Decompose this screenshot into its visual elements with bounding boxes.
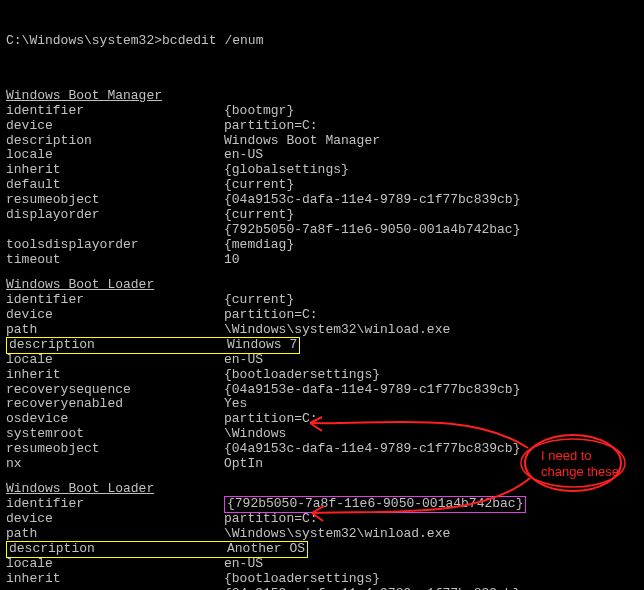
- output-row: descriptionAnother OS: [6, 542, 638, 557]
- section-header: Windows Boot Manager: [6, 89, 162, 104]
- row-value: Windows 7: [227, 338, 297, 353]
- row-key: device: [6, 512, 224, 527]
- output-row: path\Windows\system32\winload.exe: [6, 527, 638, 542]
- output-row: devicepartition=C:: [6, 512, 638, 527]
- row-value: 10: [224, 253, 240, 268]
- output-row: identifier{bootmgr}: [6, 104, 638, 119]
- row-key: identifier: [6, 293, 224, 308]
- output-row: osdevicepartition=C:: [6, 412, 638, 427]
- output-row: recoveryenabledYes: [6, 397, 638, 412]
- row-key: nx: [6, 457, 224, 472]
- row-value: {792b5050-7a8f-11e6-9050-001a4b742bac}: [227, 497, 523, 512]
- row-key: recoveryenabled: [6, 397, 224, 412]
- row-key: locale: [6, 557, 224, 572]
- row-key: description: [6, 134, 224, 149]
- row-key: device: [6, 308, 224, 323]
- row-key: description: [9, 338, 227, 353]
- output-row: inherit{bootloadersettings}: [6, 368, 638, 383]
- row-value: {current}: [224, 178, 294, 193]
- row-value: {bootmgr}: [224, 104, 294, 119]
- row-key: path: [6, 527, 224, 542]
- row-key: identifier: [6, 104, 224, 119]
- output-row: recoverysequence{04a9153e-dafa-11e4-9789…: [6, 383, 638, 398]
- row-key: inherit: [6, 572, 224, 587]
- row-key: default: [6, 178, 224, 193]
- row-key: systemroot: [6, 427, 224, 442]
- row-value: {current}: [224, 208, 294, 223]
- output-row: inherit{globalsettings}: [6, 163, 638, 178]
- row-value: {globalsettings}: [224, 163, 349, 178]
- row-key: locale: [6, 148, 224, 163]
- row-key: device: [6, 119, 224, 134]
- row-key: resumeobject: [6, 193, 224, 208]
- output-row: timeout10: [6, 253, 638, 268]
- row-key: inherit: [6, 368, 224, 383]
- output-row: identifier{current}: [6, 293, 638, 308]
- row-value: {04a9153c-dafa-11e4-9789-c1f77bc839cb}: [224, 442, 520, 457]
- output-row: devicepartition=C:: [6, 119, 638, 134]
- row-value: en-US: [224, 557, 263, 572]
- row-value: {bootloadersettings}: [224, 368, 380, 383]
- row-key: toolsdisplayorder: [6, 238, 224, 253]
- row-value: OptIn: [224, 457, 263, 472]
- output-row: localeen-US: [6, 557, 638, 572]
- row-key: inherit: [6, 163, 224, 178]
- row-key: locale: [6, 353, 224, 368]
- output-row: descriptionWindows 7: [6, 338, 638, 353]
- output-row: default{current}: [6, 178, 638, 193]
- output-row: descriptionWindows Boot Manager: [6, 134, 638, 149]
- row-key: recoverysequence: [6, 383, 224, 398]
- row-value: \Windows: [224, 427, 286, 442]
- row-value: {04a9153c-dafa-11e4-9789-c1f77bc839cb}: [224, 193, 520, 208]
- row-value: {04a9153e-dafa-11e4-9789-c1f77bc839cb}: [224, 383, 520, 398]
- output-row: path\Windows\system32\winload.exe: [6, 323, 638, 338]
- output-row: identifier{792b5050-7a8f-11e6-9050-001a4…: [6, 497, 638, 512]
- annotation-text: I need to change these: [541, 448, 621, 479]
- row-value: partition=C:: [224, 412, 318, 427]
- terminal-output[interactable]: C:\Windows\system32>bcdedit /enum Window…: [0, 0, 644, 590]
- row-value: en-US: [224, 353, 263, 368]
- row-value: {792b5050-7a8f-11e6-9050-001a4b742bac}: [224, 223, 520, 238]
- output-row: systemroot\Windows: [6, 427, 638, 442]
- row-value: {memdiag}: [224, 238, 294, 253]
- row-key: path: [6, 323, 224, 338]
- output-row: resumeobject{04a9153c-dafa-11e4-9789-c1f…: [6, 193, 638, 208]
- row-value: Yes: [224, 397, 247, 412]
- row-value: partition=C:: [224, 512, 318, 527]
- section-header: Windows Boot Loader: [6, 482, 154, 497]
- row-key: osdevice: [6, 412, 224, 427]
- row-value: partition=C:: [224, 119, 318, 134]
- row-value: Another OS: [227, 542, 305, 557]
- output-row: displayorder{current}: [6, 208, 638, 223]
- row-value: {current}: [224, 293, 294, 308]
- row-key: displayorder: [6, 208, 224, 223]
- row-value: \Windows\system32\winload.exe: [224, 323, 450, 338]
- output-row: localeen-US: [6, 148, 638, 163]
- row-value: Windows Boot Manager: [224, 134, 380, 149]
- output-row: toolsdisplayorder{memdiag}: [6, 238, 638, 253]
- output-row: devicepartition=C:: [6, 308, 638, 323]
- row-key: description: [9, 542, 227, 557]
- row-value: en-US: [224, 148, 263, 163]
- row-key: resumeobject: [6, 442, 224, 457]
- row-value: \Windows\system32\winload.exe: [224, 527, 450, 542]
- section-header: Windows Boot Loader: [6, 278, 154, 293]
- row-key: timeout: [6, 253, 224, 268]
- output-row: localeen-US: [6, 353, 638, 368]
- output-row: {792b5050-7a8f-11e6-9050-001a4b742bac}: [6, 223, 638, 238]
- command-line: C:\Windows\system32>bcdedit /enum: [6, 34, 638, 49]
- row-value: {bootloadersettings}: [224, 572, 380, 587]
- row-key: identifier: [6, 497, 224, 512]
- row-value: partition=C:: [224, 308, 318, 323]
- output-row: inherit{bootloadersettings}: [6, 572, 638, 587]
